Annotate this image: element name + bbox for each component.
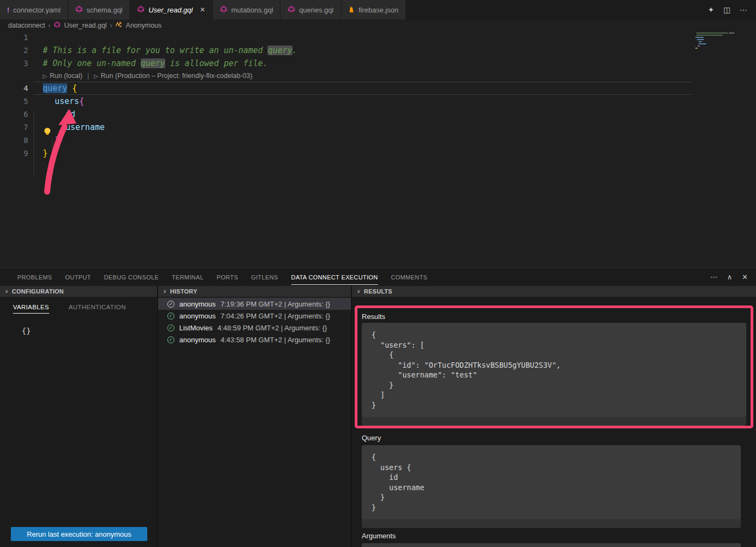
rerun-last-execution-button[interactable]: Rerun last execution: anonymous: [11, 527, 147, 541]
split-editor-icon[interactable]: ◫: [724, 5, 731, 14]
firebase-icon: [348, 5, 355, 15]
line-number: 7: [0, 121, 28, 134]
minimap-line: [695, 37, 703, 38]
maximize-panel-icon[interactable]: ∧: [727, 273, 733, 281]
minimap[interactable]: [693, 31, 756, 268]
code-line-comment-2: # Only one un-named query is allowed per…: [43, 57, 268, 70]
run-production-link[interactable]: Run (Production – Project: friendly-flix…: [101, 72, 252, 80]
sparkle-copilot-icon[interactable]: ✦: [708, 5, 714, 14]
tab-user-read-gql[interactable]: User_read.gql ✕: [130, 0, 213, 19]
query-box: { users { id username } }: [362, 445, 741, 528]
chevron-down-icon: ∨: [357, 289, 361, 294]
symbol-query-icon: [115, 21, 122, 29]
tab-label: queries.gql: [299, 6, 334, 14]
panel-tab-data-connect-execution[interactable]: DATA CONNECT EXECUTION: [285, 274, 384, 281]
close-tab-icon[interactable]: ✕: [200, 6, 205, 14]
history-row[interactable]: ✓ anonymous 7:04:26 PM GMT+2 | Arguments…: [158, 310, 351, 322]
tab-label: mutations.gql: [231, 6, 273, 14]
pass-check-icon: ✓: [167, 324, 174, 331]
history-name: anonymous: [179, 336, 216, 344]
breadcrumb-file[interactable]: User_read.gql: [64, 22, 107, 29]
configuration-section: ∨ CONFIGURATION VARIABLES AUTHENTICATION…: [0, 286, 157, 547]
bottom-panel: PROBLEMS OUTPUT DEBUG CONSOLE TERMINAL P…: [0, 268, 756, 547]
run-local-link[interactable]: Run (local): [50, 72, 82, 80]
results-section: ∨ RESULTS Results { "users": [ { "id": "…: [352, 286, 756, 547]
minimap-line: [729, 32, 734, 34]
graphql-icon: [288, 5, 295, 15]
line-number: 9: [0, 147, 28, 160]
annotation-arrow: [32, 101, 81, 196]
minimap-line: [696, 32, 728, 34]
line-number: 6: [0, 108, 28, 121]
editor-tab-bar: ! connector.yaml schema.gql User_read.gq…: [0, 0, 756, 19]
history-section: ∨ HISTORY ✓ anonymous 7:19:36 PM GMT+2 |…: [158, 286, 351, 547]
pass-check-icon: ✓: [167, 312, 174, 320]
line-number: 5: [0, 95, 28, 108]
tab-schema-gql[interactable]: schema.gql: [68, 0, 130, 19]
code-line-comment-1: # This is a file for you to write an un-…: [43, 44, 297, 57]
minimap-line: [695, 48, 698, 49]
history-row[interactable]: ✓ anonymous 7:19:36 PM GMT+2 | Arguments…: [158, 298, 351, 310]
panel-tab-ports[interactable]: PORTS: [210, 274, 245, 281]
more-actions-icon[interactable]: ⋯: [711, 273, 718, 281]
history-row[interactable]: ✓ ListMovies 4:48:59 PM GMT+2 | Argument…: [158, 322, 351, 334]
tab-firebase-json[interactable]: firebase.json: [341, 0, 406, 19]
panel-tab-terminal[interactable]: TERMINAL: [165, 274, 210, 281]
panel-tab-problems[interactable]: PROBLEMS: [11, 274, 58, 281]
tab-authentication[interactable]: AUTHENTICATION: [69, 304, 126, 314]
codelens-run-actions: ▷Run (local)|▷Run (Production – Project:…: [43, 70, 252, 82]
more-actions-icon[interactable]: ⋯: [740, 5, 747, 14]
configuration-title: CONFIGURATION: [12, 288, 64, 295]
graphql-icon: [75, 5, 83, 15]
history-row[interactable]: ✓ anonymous 4:43:58 PM GMT+2 | Arguments…: [158, 334, 351, 346]
line-number: 1: [0, 31, 28, 44]
panel-tab-comments[interactable]: COMMENTS: [384, 274, 434, 281]
pass-check-icon: ✓: [167, 336, 174, 343]
configuration-header[interactable]: ∨ CONFIGURATION: [0, 286, 157, 297]
results-header[interactable]: ∨ RESULTS: [352, 286, 756, 297]
tab-label: User_read.gql: [148, 6, 193, 14]
minimap-line: [698, 45, 700, 47]
results-json[interactable]: { "users": [ { "id": "OrTucFODZHTksvBSBU…: [362, 323, 746, 417]
tab-label: firebase.json: [359, 6, 399, 14]
editor-actions: ✦ ◫ ⋯: [708, 0, 756, 19]
current-line-highlight: [34, 82, 692, 95]
tab-mutations-gql[interactable]: mutations.gql: [213, 0, 281, 19]
close-panel-icon[interactable]: ✕: [742, 273, 748, 281]
panel-tab-gitlens[interactable]: GITLENS: [245, 274, 285, 281]
history-detail: 7:04:26 PM GMT+2 | Arguments: {}: [220, 312, 330, 320]
results-title: RESULTS: [364, 288, 393, 295]
tab-connector-yaml[interactable]: ! connector.yaml: [0, 0, 68, 19]
panel-actions: ⋯ ∧ ✕: [711, 273, 756, 281]
history-detail: 4:48:59 PM GMT+2 | Arguments: {}: [217, 324, 327, 332]
results-annotation-rectangle: Results { "users": [ { "id": "OrTucFODZH…: [355, 305, 753, 428]
results-label: Results: [362, 312, 746, 321]
breadcrumb: dataconnect › User_read.gql › Anonymous: [0, 19, 756, 31]
minimap-line: [699, 43, 706, 44]
history-header[interactable]: ∨ HISTORY: [158, 286, 351, 297]
minimap-line: [697, 39, 704, 40]
breadcrumb-symbol[interactable]: Anonymous: [126, 22, 161, 29]
breadcrumb-folder[interactable]: dataconnect: [8, 22, 45, 29]
code-editor[interactable]: 1 2 3 4 5 6 7 8 9 # This is a file for y…: [0, 31, 756, 268]
tab-queries-gql[interactable]: queries.gql: [281, 0, 341, 19]
minimap-line: [699, 41, 702, 42]
pass-check-icon: ✓: [167, 301, 174, 308]
vscode-window: ! connector.yaml schema.gql User_read.gq…: [0, 0, 756, 547]
results-json-box: { "users": [ { "id": "OrTucFODZHTksvBSBU…: [362, 323, 746, 426]
chevron-right-icon: ›: [48, 21, 50, 29]
configuration-tabs: VARIABLES AUTHENTICATION: [0, 297, 157, 314]
panel-tab-debug-console[interactable]: DEBUG CONSOLE: [97, 274, 165, 281]
word-highlight: query: [141, 58, 165, 68]
history-name: anonymous: [179, 312, 216, 320]
panel-tab-output[interactable]: OUTPUT: [58, 274, 97, 281]
tab-variables[interactable]: VARIABLES: [13, 304, 49, 314]
tab-label: schema.gql: [87, 6, 122, 14]
codelens-separator: |: [87, 72, 89, 80]
word-highlight: query: [268, 45, 292, 55]
history-name: anonymous: [179, 300, 216, 308]
arguments-value[interactable]: {}: [362, 543, 741, 547]
variables-value[interactable]: {}: [0, 314, 157, 335]
query-text[interactable]: { users { id username } }: [362, 445, 741, 519]
graphql-icon: [54, 21, 61, 30]
